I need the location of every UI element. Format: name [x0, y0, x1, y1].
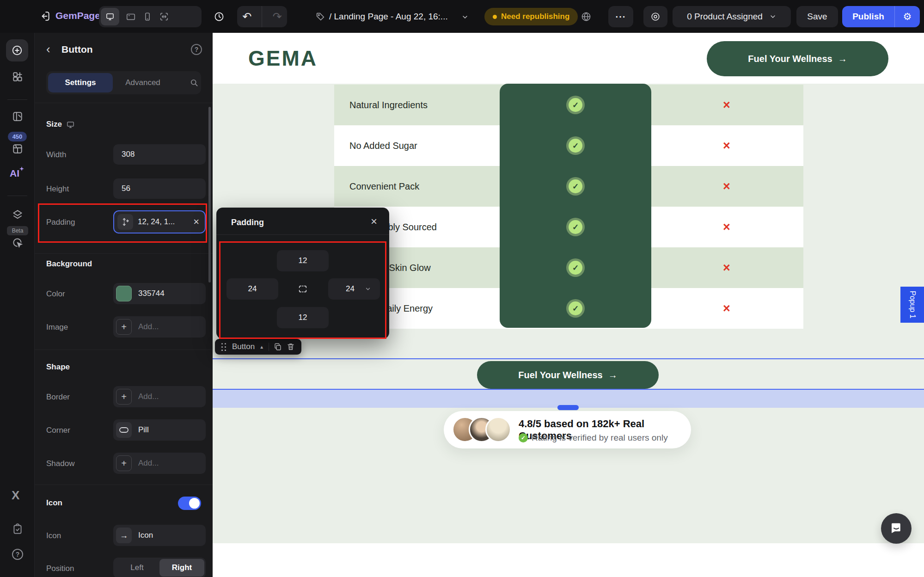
padding-right-input[interactable]: 24 [328, 278, 380, 300]
delete-icon[interactable] [287, 343, 295, 351]
publish-button[interactable]: Publish [842, 12, 894, 22]
breadcrumb[interactable]: / Landing Page - Aug 22, 16:... [329, 12, 448, 22]
history-icon[interactable] [214, 11, 225, 22]
left-icon-rail: 450 AI Beta X ? [0, 33, 35, 577]
interaction-beta-button[interactable] [12, 237, 24, 249]
arrow-right-icon: → [838, 54, 847, 64]
help-button[interactable]: ? [12, 549, 23, 560]
element-name[interactable]: Button [232, 342, 255, 351]
plus-icon: + [116, 455, 132, 471]
link-values-icon[interactable] [298, 284, 308, 294]
padding-label: Padding [46, 218, 75, 227]
element-help-button[interactable]: ? [191, 44, 202, 55]
color-swatch[interactable] [116, 286, 132, 301]
product-assigned-dropdown[interactable]: 0 Product Assigned [673, 6, 791, 27]
chevron-down-icon[interactable] [461, 13, 469, 21]
template-count-badge: 450 [8, 132, 27, 141]
ai-assistant-button[interactable]: AI [10, 168, 24, 179]
responsive-icon[interactable] [159, 12, 169, 22]
header-cta-label: Fuel Your Wellness [748, 54, 832, 64]
save-button[interactable]: Save [796, 6, 838, 27]
cta-button-selected[interactable]: Fuel Your Wellness → [477, 361, 659, 389]
mobile-icon[interactable] [142, 12, 153, 22]
duplicate-icon[interactable] [274, 343, 282, 351]
undo-redo-group: ↶ ↷ [237, 6, 287, 27]
clear-padding-icon[interactable]: × [193, 217, 199, 227]
check-icon: ✓ [569, 261, 582, 275]
chat-bubble-icon [889, 522, 903, 535]
drag-handle-icon[interactable] [221, 343, 223, 344]
padding-bottom-input[interactable]: 12 [277, 307, 329, 328]
desktop-icon [66, 120, 75, 129]
popup-tab[interactable]: Popup 1 [900, 287, 924, 323]
question-icon: ? [195, 46, 199, 53]
position-left-option[interactable]: Left [115, 559, 159, 577]
padding-input[interactable]: 12, 24, 1... × [113, 210, 206, 233]
tab-settings[interactable]: Settings [48, 73, 113, 92]
shape-heading: Shape [46, 362, 70, 372]
shadow-add-field[interactable]: + Add... [113, 453, 206, 474]
position-right-option[interactable]: Right [159, 559, 204, 577]
padding-top-input[interactable]: 12 [277, 250, 329, 271]
testimonial-card: 4.8/5 based on 182k+ Real Customers ✓ Ra… [444, 411, 691, 448]
cross-icon: × [720, 288, 734, 329]
sections-library-button[interactable] [12, 71, 24, 83]
preview-button[interactable] [643, 6, 667, 27]
close-icon[interactable]: × [371, 215, 377, 228]
chat-launcher-button[interactable] [881, 513, 912, 544]
gear-icon: ⚙ [903, 11, 912, 22]
image-add-field[interactable]: + Add... [113, 316, 206, 338]
redo-icon[interactable]: ↷ [273, 10, 282, 23]
width-label: Width [46, 150, 66, 160]
undo-icon[interactable]: ↶ [242, 10, 251, 23]
cross-icon: × [720, 247, 734, 288]
spacing-expand-icon [121, 218, 129, 226]
chevron-down-icon [769, 13, 777, 20]
element-toolbar: Button ▲ [215, 339, 301, 355]
layers-button[interactable] [12, 209, 24, 221]
border-label: Border [46, 393, 70, 402]
padding-left-input[interactable]: 24 [226, 278, 278, 300]
back-icon[interactable]: ‹ [46, 43, 50, 55]
icon-toggle[interactable] [178, 497, 201, 510]
corner-field[interactable]: Pill [113, 419, 206, 441]
check-icon: ✓ [569, 301, 582, 315]
color-picker[interactable]: 335744 [113, 283, 206, 304]
header-cta-button[interactable]: Fuel Your Wellness → [707, 41, 888, 76]
preview-eye-icon [650, 12, 661, 22]
templates-button[interactable] [12, 143, 24, 155]
exit-editor-icon[interactable] [39, 10, 51, 22]
feature-label: No Added Sugar [349, 125, 417, 166]
cross-icon: × [720, 207, 734, 247]
globe-publish-icon[interactable] [581, 11, 592, 22]
add-element-button[interactable] [6, 39, 28, 61]
tab-advanced[interactable]: Advanced [113, 73, 173, 92]
tag-icon[interactable] [315, 12, 325, 22]
corner-label: Corner [46, 426, 70, 435]
theme-pages-button[interactable] [12, 110, 24, 123]
panel-scrollbar[interactable] [208, 107, 211, 282]
desktop-icon [105, 12, 115, 21]
border-add-field[interactable]: + Add... [113, 386, 206, 407]
spacing-drag-handle[interactable] [557, 405, 579, 410]
device-desktop-button[interactable] [101, 8, 119, 25]
icon-picker-field[interactable]: → Icon [113, 525, 206, 546]
tasks-button[interactable] [12, 523, 24, 535]
check-icon: ✓ [569, 139, 582, 153]
width-input[interactable]: 308 [113, 144, 206, 165]
publish-split-button: Publish ⚙ [842, 6, 920, 27]
badge-dot [493, 15, 497, 19]
click-target-icon [12, 237, 24, 249]
publish-settings-button[interactable]: ⚙ [895, 11, 920, 22]
search-icon[interactable] [190, 78, 199, 87]
plus-icon: + [116, 389, 132, 405]
triangle-up-icon[interactable]: ▲ [259, 344, 264, 350]
height-input[interactable]: 56 [113, 178, 206, 199]
tablet-icon[interactable] [126, 12, 136, 22]
x-integration-button[interactable]: X [12, 488, 19, 503]
image-label: Image [46, 323, 68, 332]
more-icon: ··· [616, 12, 626, 22]
more-options-button[interactable]: ··· [608, 6, 633, 27]
arrow-right-icon: → [608, 370, 618, 381]
check-icon: ✓ [569, 179, 582, 193]
